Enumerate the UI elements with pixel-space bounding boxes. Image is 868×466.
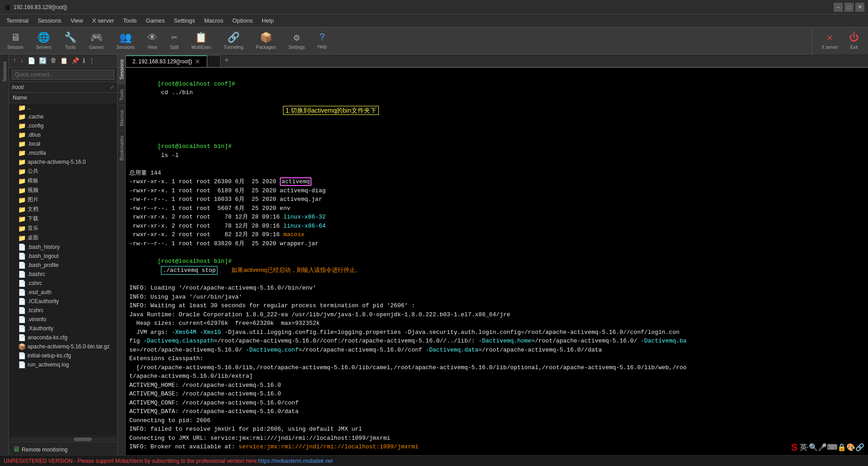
sessions-button[interactable]: 👥 Sessions <box>113 30 138 52</box>
maximize-button[interactable]: □ <box>844 3 854 12</box>
list-item[interactable]: 📁 视频 <box>9 185 117 195</box>
scroll-thumb[interactable] <box>74 437 92 441</box>
list-item[interactable]: 📄 .cshrc <box>9 279 117 288</box>
list-item[interactable]: 📁 apache-activemq-5.16.0 <box>9 157 117 166</box>
games-button[interactable]: 🎮 Games <box>85 30 107 52</box>
list-item[interactable]: 📄 anaconda-ks.cfg <box>9 333 117 342</box>
session-button[interactable]: 🖥 Session <box>4 30 27 52</box>
multiexec-button[interactable]: 📋 MultiExec <box>188 30 214 52</box>
fb-arrow-up[interactable]: ↑ <box>12 56 17 66</box>
tab-close-1[interactable]: ✕ <box>195 58 200 65</box>
close-button[interactable]: ✕ <box>855 3 864 12</box>
folder-icon: 📁 <box>18 234 26 242</box>
side-tab-bookmarks[interactable]: Bookmarks <box>118 131 125 165</box>
packages-icon: 📦 <box>260 32 272 44</box>
side-tab-sessions[interactable]: Sessions <box>118 54 125 84</box>
fb-arrow-down[interactable]: ↓ <box>19 56 24 66</box>
fb-info[interactable]: ℹ <box>82 56 86 66</box>
list-item[interactable]: 📁 模板 <box>9 176 117 185</box>
packages-label: Packages <box>256 45 276 50</box>
list-item[interactable]: 📦 apache-activemq-5.16.0-bin.tar.gz <box>9 342 117 351</box>
tunneling-button[interactable]: 🔗 Tunneling <box>220 30 247 52</box>
menu-help[interactable]: Help <box>257 16 278 25</box>
file-tree[interactable]: 📁 .. 📁 .cache 📁 .config 📁 .dbus 📁 .local… <box>9 103 117 436</box>
menu-tools[interactable]: Tools <box>118 16 141 25</box>
list-item[interactable]: 📄 .viminfo <box>9 315 117 324</box>
list-item[interactable]: 📄 run_activemq.log <box>9 360 117 369</box>
side-tab-macros[interactable]: Macros <box>118 105 125 131</box>
fb-paste[interactable]: 📌 <box>71 56 80 66</box>
list-item[interactable]: 📁 音乐 <box>9 223 117 233</box>
exit-button[interactable]: ⏻ Exit <box>845 30 863 52</box>
folder-icon: 📁 <box>18 225 26 232</box>
list-item[interactable]: 📁 .. <box>9 103 117 112</box>
item-name: .config <box>28 123 43 129</box>
list-item[interactable]: 📁 图片 <box>9 195 117 204</box>
mobaxterm-link[interactable]: https://mobaxterm.mobatek.net <box>258 458 333 464</box>
terminal-content[interactable]: [root@localhost conf]# cd ../bin 1.切换到la… <box>126 68 868 466</box>
menu-macros[interactable]: Macros <box>199 16 228 25</box>
split-button[interactable]: ✂ Split <box>166 30 182 52</box>
packages-button[interactable]: 📦 Packages <box>252 30 279 52</box>
list-item[interactable]: 📁 .config <box>9 121 117 130</box>
settings-button[interactable]: ⚙ Settings <box>285 30 308 52</box>
fb-refresh[interactable]: 🔄 <box>38 56 47 66</box>
list-item[interactable]: 📄 .tcshrc <box>9 306 117 315</box>
file-icon: 📄 <box>18 316 26 323</box>
fb-new-file[interactable]: 📄 <box>27 56 36 66</box>
menu-options[interactable]: Options <box>228 16 257 25</box>
quick-connect-bar <box>9 68 117 82</box>
terminal-line: -rwxr-xr-x. 2 root root 82 12月 28 09:16 … <box>129 230 864 239</box>
list-item[interactable]: 📄 .bash_history <box>9 243 117 252</box>
terminal-tab-2[interactable] <box>207 55 221 67</box>
list-item[interactable]: 📁 桌面 <box>9 233 117 243</box>
side-tab-tools[interactable]: Tools <box>118 84 125 105</box>
list-item[interactable]: 📄 initial-setup-ks.cfg <box>9 351 117 360</box>
new-tab-button[interactable]: + <box>221 56 233 65</box>
file-icon: 📄 <box>18 280 26 287</box>
list-item[interactable]: 📄 .Xauthority <box>9 324 117 333</box>
path-ok-button[interactable]: ✓ <box>111 83 114 91</box>
menu-settings[interactable]: Settings <box>170 16 200 25</box>
sessions-vertical-tab[interactable]: Sessions <box>0 58 9 86</box>
help-button[interactable]: ? Help <box>314 30 330 51</box>
menu-sessions[interactable]: Sessions <box>33 16 66 25</box>
menu-view[interactable]: View <box>66 16 88 25</box>
list-item[interactable]: 📁 .mozilla <box>9 148 117 157</box>
session-icon: 🖥 <box>10 32 20 44</box>
list-item[interactable]: 📁 .local <box>9 139 117 148</box>
view-button[interactable]: 👁 View <box>144 30 161 52</box>
quick-connect-input[interactable] <box>12 70 114 80</box>
item-name: .Xauthority <box>28 325 53 332</box>
minimize-button[interactable]: ─ <box>834 3 843 12</box>
tools-label: Tools <box>65 45 75 50</box>
menu-bar: Terminal Sessions View X server Tools Ga… <box>0 14 868 27</box>
list-item[interactable]: 📄 .esd_auth <box>9 288 117 297</box>
list-item[interactable]: 📄 .bash_logout <box>9 252 117 261</box>
item-name: initial-setup-ks.cfg <box>28 352 71 359</box>
fb-copy[interactable]: 📋 <box>59 56 69 66</box>
fb-settings2[interactable]: ⋮ <box>88 56 96 66</box>
list-item[interactable]: 📁 文档 <box>9 204 117 214</box>
unregistered-text: UNREGISTERED VERSION - Please support Mo… <box>4 458 258 464</box>
list-item[interactable]: 📁 下载 <box>9 214 117 223</box>
list-item[interactable]: 📄 .ICEauthority <box>9 297 117 306</box>
item-name: .viminfo <box>28 316 46 323</box>
menu-xserver[interactable]: X server <box>88 16 118 25</box>
multiexec-label: MultiExec <box>191 45 211 50</box>
xserver-right-button[interactable]: ✕ X server <box>818 30 842 52</box>
remote-monitoring[interactable]: 🖥 Remote monitoring <box>13 444 113 455</box>
terminal-tab-1[interactable]: 2. 192.168.83.129([root]) ✕ <box>126 55 207 67</box>
tools-button[interactable]: 🔧 Tools <box>61 30 80 52</box>
terminal-line: -rwxr-xr-x. 1 root root 6189 6月 25 2020 … <box>129 186 864 195</box>
fb-delete[interactable]: 🗑 <box>49 56 57 66</box>
list-item[interactable]: 📄 .bashrc <box>9 270 117 279</box>
list-item[interactable]: 📁 .cache <box>9 112 117 121</box>
menu-games[interactable]: Games <box>142 16 170 25</box>
servers-button[interactable]: 🌐 Servers <box>33 30 55 52</box>
menu-terminal[interactable]: Terminal <box>2 16 33 25</box>
horizontal-scrollbar[interactable] <box>9 436 117 442</box>
list-item[interactable]: 📁 公共 <box>9 166 117 176</box>
list-item[interactable]: 📁 .dbus <box>9 130 117 139</box>
list-item[interactable]: 📄 .bash_profile <box>9 261 117 270</box>
